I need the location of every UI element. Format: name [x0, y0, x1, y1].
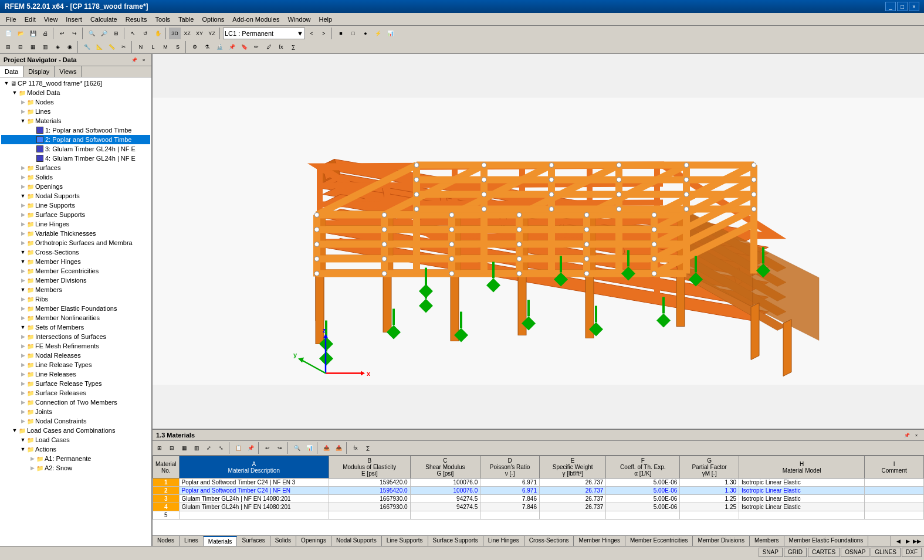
tree-model-data[interactable]: ▼ 📁 Model Data — [1, 88, 150, 97]
tree-surfaces[interactable]: ▶ 📁 Surfaces — [1, 163, 150, 172]
tabs-prev[interactable]: ◀ — [893, 537, 903, 546]
tab-line-supports[interactable]: Line Supports — [382, 536, 428, 546]
expand-sr[interactable]: ▶ — [19, 389, 27, 397]
expand-fem[interactable]: ▶ — [19, 342, 27, 350]
maximize-button[interactable]: □ — [897, 2, 908, 11]
tree-surf-releases[interactable]: ▶ 📁 Surface Releases — [1, 388, 150, 398]
ptb-16[interactable]: ∑ — [362, 442, 374, 454]
tb-prev-lc[interactable]: < — [306, 28, 317, 39]
status-snap[interactable]: SNAP — [759, 548, 783, 557]
tree-openings[interactable]: ▶ 📁 Openings — [1, 182, 150, 191]
table-row-1[interactable]: 1 Poplar and Softwood Timber C24 | NF EN… — [153, 478, 924, 487]
expand-som[interactable]: ▼ — [19, 323, 27, 331]
ptb-11[interactable]: 🔍 — [291, 442, 303, 454]
tree-nodal-releases[interactable]: ▶ 📁 Nodal Releases — [1, 351, 150, 360]
tree-mem-eccent[interactable]: ▶ 📁 Member Eccentricities — [1, 266, 150, 276]
expand-srt[interactable]: ▶ — [19, 379, 27, 388]
tb-wire[interactable]: □ — [347, 28, 359, 39]
menu-results[interactable]: Results — [122, 13, 151, 25]
table-row-4[interactable]: 4 Glulam Timber GL24h | NF EN 14080:201 … — [153, 503, 924, 511]
tree-mem-div[interactable]: ▶ 📁 Member Divisions — [1, 276, 150, 285]
tb-open[interactable]: 📂 — [15, 28, 26, 39]
tb-view-xy[interactable]: XY — [194, 28, 205, 39]
tree-cross-sections[interactable]: ▼ 📁 Cross-Sections — [1, 247, 150, 257]
expand-ribs[interactable]: ▶ — [19, 295, 27, 303]
tree-line-release-types[interactable]: ▶ 📁 Line Release Types — [1, 360, 150, 369]
close-button[interactable]: × — [909, 2, 919, 11]
expand-model[interactable]: ▼ — [11, 89, 19, 97]
tab-member-hinges[interactable]: Member Hinges — [574, 536, 625, 546]
expand-ortho[interactable]: ▶ — [19, 239, 27, 247]
tab-solids[interactable]: Solids — [270, 536, 296, 546]
tree-sets-members[interactable]: ▼ 📁 Sets of Members — [1, 323, 150, 332]
ptb-15[interactable]: fx — [350, 442, 361, 454]
tree-mat-2[interactable]: ▶ 2: Poplar and Softwood Timbe — [1, 135, 150, 144]
expand-solids[interactable]: ▶ — [19, 173, 27, 181]
tb-view-xz[interactable]: XZ — [181, 28, 193, 39]
tb-rotate[interactable]: ↺ — [140, 28, 151, 39]
nav-close[interactable]: × — [140, 56, 148, 64]
tb2-12[interactable]: L — [147, 41, 159, 53]
tb2-18[interactable]: 📌 — [226, 41, 238, 53]
expand-line-sup[interactable]: ▶ — [19, 201, 27, 209]
menu-help[interactable]: Help — [316, 13, 336, 25]
expand-root[interactable]: ▼ — [2, 79, 11, 87]
tb-render[interactable]: ■ — [335, 28, 347, 39]
tree-mat-4[interactable]: ▶ 4: Glulam Timber GL24h | NF E — [1, 154, 150, 163]
table-row-3[interactable]: 3 Glulam Timber GL24h | NF EN 14080:201 … — [153, 495, 924, 503]
tb2-6[interactable]: ◉ — [64, 41, 76, 53]
menu-insert[interactable]: Insert — [62, 13, 86, 25]
expand-nodal-sup[interactable]: ▼ — [19, 192, 27, 200]
menu-window[interactable]: Window — [284, 13, 314, 25]
expand-members[interactable]: ▼ — [19, 286, 27, 294]
tree-nodal-constraints[interactable]: ▶ 📁 Nodal Constraints — [1, 416, 150, 426]
tb-zoom-in[interactable]: 🔍 — [86, 28, 97, 39]
expand-lr[interactable]: ▶ — [19, 370, 27, 378]
tb2-3[interactable]: ▦ — [27, 41, 39, 53]
ptb-5[interactable]: ⤢ — [203, 442, 215, 454]
tree-nodal-supports[interactable]: ▼ 📁 Nodal Supports — [1, 191, 150, 201]
tree-mem-nonlin[interactable]: ▶ 📁 Member Nonlinearities — [1, 313, 150, 323]
expand-ios[interactable]: ▶ — [19, 332, 27, 341]
expand-vt[interactable]: ▶ — [19, 229, 27, 237]
ptb-13[interactable]: 📤 — [320, 442, 332, 454]
expand-nc[interactable]: ▶ — [19, 417, 27, 425]
panel-pin[interactable]: 📌 — [903, 431, 911, 439]
tree-surf-release-types[interactable]: ▶ 📁 Surface Release Types — [1, 379, 150, 388]
status-grid[interactable]: GRID — [784, 548, 807, 557]
tree-load-cases[interactable]: ▼ 📁 Load Cases — [1, 435, 150, 444]
tab-lines[interactable]: Lines — [180, 536, 204, 546]
tab-member-elastic[interactable]: Member Elastic Foundations — [784, 536, 869, 546]
tree-actions[interactable]: ▼ 📁 Actions — [1, 444, 150, 454]
tab-member-div[interactable]: Member Divisions — [693, 536, 749, 546]
expand-ctm[interactable]: ▶ — [19, 398, 27, 406]
tb2-7[interactable]: 🔧 — [81, 41, 93, 53]
expand-mef[interactable]: ▶ — [19, 304, 27, 313]
minimize-button[interactable]: _ — [885, 2, 896, 11]
tb2-13[interactable]: M — [160, 41, 171, 53]
tab-cross-sections[interactable]: Cross-Sections — [524, 536, 574, 546]
nav-tab-display[interactable]: Display — [23, 66, 55, 77]
tb-save[interactable]: 💾 — [27, 28, 39, 39]
tree-line-releases[interactable]: ▶ 📁 Line Releases — [1, 369, 150, 379]
tab-openings[interactable]: Openings — [296, 536, 331, 546]
ptb-3[interactable]: ▦ — [178, 442, 190, 454]
tree-line-hinges[interactable]: ▶ 📁 Line Hinges — [1, 219, 150, 229]
tree-fe-mesh[interactable]: ▶ 📁 FE Mesh Refinements — [1, 341, 150, 351]
tb-view-3d[interactable]: 3D — [169, 28, 181, 39]
tb2-19[interactable]: 🔖 — [238, 41, 250, 53]
ptb-10[interactable]: ↪ — [274, 442, 286, 454]
tb-results-btn[interactable]: 📊 — [384, 28, 396, 39]
status-cartes[interactable]: CARTES — [808, 548, 840, 557]
ptb-14[interactable]: 📥 — [333, 442, 344, 454]
tb2-15[interactable]: ⚙ — [189, 41, 201, 53]
tb2-2[interactable]: ⊟ — [15, 41, 26, 53]
expand-nodes[interactable]: ▶ — [19, 98, 27, 106]
expand-lhinge[interactable]: ▶ — [19, 220, 27, 228]
menu-calculate[interactable]: Calculate — [87, 13, 121, 25]
ptb-9[interactable]: ↩ — [262, 442, 273, 454]
expand-mh[interactable]: ▼ — [19, 257, 27, 266]
tb2-14[interactable]: S — [172, 41, 184, 53]
tree-member-hinges[interactable]: ▼ 📁 Member Hinges — [1, 257, 150, 266]
tb-new[interactable]: 📄 — [2, 28, 14, 39]
